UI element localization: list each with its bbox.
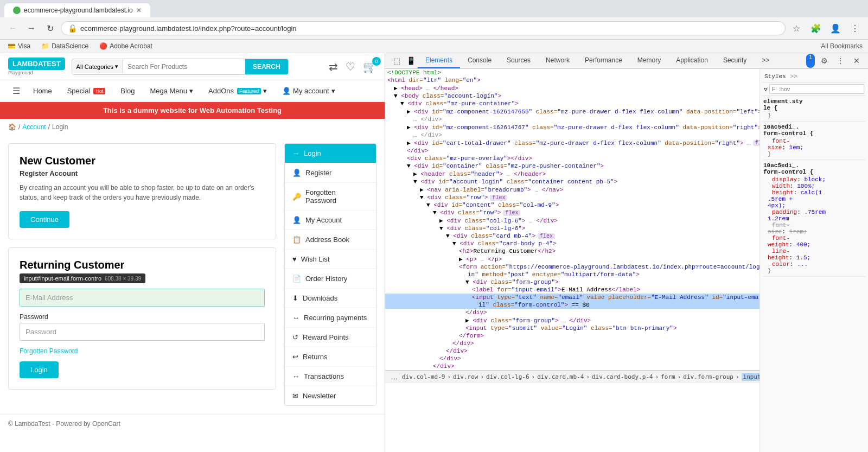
html-col-lg-6-returning[interactable]: ▼ <div class="col-lg-6">	[385, 225, 760, 232]
search-button[interactable]: SEARCH	[245, 59, 288, 74]
html-col-md-9[interactable]: ▼ <div id="content" class="col-md-9">	[385, 201, 760, 209]
tab-memory[interactable]: Memory	[630, 53, 668, 68]
html-container[interactable]: ▼ <div id="container" class="mz-pure-pus…	[385, 162, 760, 170]
tab-application[interactable]: Application	[668, 53, 716, 68]
flex-badge-inner[interactable]: flex	[503, 210, 520, 216]
tab-elements[interactable]: Elements	[418, 53, 460, 68]
forgotten-password-link[interactable]: Forgotten Password	[20, 347, 265, 355]
address-bar[interactable]: 🔒	[61, 21, 786, 35]
html-input-email[interactable]: <input type="text" name="email" value pl…	[385, 294, 760, 301]
back-button[interactable]: ←	[5, 21, 21, 36]
dom-path-more-btn[interactable]: …	[390, 373, 400, 381]
cart-icon[interactable]: 🛒 0	[363, 60, 376, 73]
nav-my-account[interactable]: 👤 My account ▾	[276, 81, 341, 100]
browser-tab[interactable]: ecommerce-playground.lambdatest.io ✕	[4, 3, 150, 17]
flex-badge-card[interactable]: flex	[538, 233, 555, 239]
html-tag[interactable]: <html dir="ltr" lang="en" >	[385, 77, 760, 84]
html-p[interactable]: ▶ <p> … </p>	[385, 255, 760, 263]
html-header[interactable]: ▶ <header class="header"> … </header>	[385, 170, 760, 178]
nav-blog[interactable]: Blog	[114, 81, 141, 100]
bookmark-datascience[interactable]: 📁 DataScience	[39, 41, 91, 51]
sidebar-item-returns[interactable]: ↩ Returns	[285, 347, 376, 367]
password-input[interactable]	[20, 323, 265, 341]
email-input[interactable]	[20, 289, 265, 307]
sidebar-item-transactions[interactable]: ↔ Transactions	[285, 367, 376, 386]
dom-path-row[interactable]: div.row	[453, 373, 478, 380]
login-button[interactable]: Login	[20, 361, 59, 378]
html-submit[interactable]: <input type="submit" value="Login" class…	[385, 324, 760, 332]
continue-button[interactable]: Continue	[20, 211, 69, 228]
html-nav[interactable]: ▶ <nav aria-label="breadcrumb"> … </nav>	[385, 186, 760, 194]
nav-mega-menu[interactable]: Mega Menu ▾	[143, 81, 200, 100]
dom-path-form-group[interactable]: div.form-group	[683, 373, 733, 380]
devtools-close-icon[interactable]: ✕	[850, 54, 864, 68]
tab-close-btn[interactable]: ✕	[136, 7, 142, 14]
sidebar-item-order-history[interactable]: 📄 Order History	[285, 269, 376, 289]
sidebar-item-login[interactable]: → Login	[285, 144, 376, 163]
html-mz-component-1[interactable]: ▶ <div id="mz-component-1626147655" clas…	[385, 107, 760, 116]
html-mz-component-2[interactable]: ▶ <div id="mz-component-162614767" class…	[385, 123, 760, 131]
tab-more[interactable]: >>	[754, 53, 777, 68]
html-overlay[interactable]: <div class="mz-pure-overlay"></div>	[385, 155, 760, 162]
logo[interactable]: LAMBDATEST Playground	[8, 58, 65, 75]
flex-badge-3[interactable]: flex	[753, 140, 760, 146]
category-dropdown[interactable]: All Categories ▾	[72, 60, 123, 73]
dom-path-input-email[interactable]: input#input-email.form-control	[742, 373, 760, 381]
inspect-element-icon[interactable]: ⬚	[390, 54, 404, 68]
tab-sources[interactable]: Sources	[499, 53, 538, 68]
tab-console[interactable]: Console	[460, 53, 499, 68]
html-label-email[interactable]: <label for="input-email">E-Mail Address<…	[385, 286, 760, 294]
all-bookmarks[interactable]: All Bookmarks	[821, 42, 863, 50]
dom-path-card-body[interactable]: div.card-body.p-4	[592, 373, 653, 380]
sidebar-item-wish-list[interactable]: ♥ Wish List	[285, 250, 376, 269]
menu-icon[interactable]: ⋮	[847, 21, 863, 36]
html-inner-row[interactable]: ▼ <div class="row"> flex	[385, 209, 760, 217]
sidebar-item-forgotten-password[interactable]: 🔑 Forgotten Password	[285, 183, 376, 211]
html-account-login[interactable]: ▼ <div id="account-login" class="contain…	[385, 178, 760, 186]
breadcrumb-account[interactable]: Account	[22, 123, 46, 131]
dom-path-card[interactable]: div.card.mb-4	[537, 373, 584, 380]
styles-filter-input[interactable]	[769, 84, 864, 94]
search-input[interactable]	[123, 60, 245, 74]
profile-icon[interactable]: 👤	[828, 21, 843, 36]
device-toolbar-icon[interactable]: 📱	[404, 54, 418, 68]
html-form-group-pw[interactable]: ▶ <div class="form-group"> … </div>	[385, 316, 760, 324]
sidebar-item-register[interactable]: 👤 Register	[285, 163, 376, 183]
dom-path-form[interactable]: form	[661, 373, 675, 380]
tab-performance[interactable]: Performance	[577, 53, 630, 68]
nav-addons[interactable]: AddOns Featured ▾	[202, 81, 273, 100]
sidebar-item-my-account[interactable]: 👤 My Account	[285, 211, 376, 230]
html-h2[interactable]: <h2>Returning Customer</h2>	[385, 247, 760, 255]
sidebar-item-recurring-payments[interactable]: ↔ Recurring payments	[285, 308, 376, 328]
html-form[interactable]: <form action="https://ecommerce-playgrou…	[385, 263, 760, 271]
hamburger-icon[interactable]: ☰	[8, 80, 24, 101]
url-input[interactable]	[80, 24, 778, 33]
dom-path-col-md-9[interactable]: div.col-md-9	[402, 373, 445, 380]
dom-path-col-lg-6[interactable]: div.col-lg-6	[486, 373, 529, 380]
sidebar-item-reward-points[interactable]: ↺ Reward Points	[285, 328, 376, 347]
html-form-group-email[interactable]: ▼ <div class="form-group">	[385, 278, 760, 286]
html-cart-drawer[interactable]: ▶ <div id="cart-total-drawer" class="mz-…	[385, 139, 760, 147]
flex-badge-row[interactable]: flex	[490, 195, 507, 201]
html-head-collapsed[interactable]: ▶ <head> … </head>	[385, 84, 760, 92]
extensions-icon[interactable]: 🧩	[808, 21, 824, 36]
html-body[interactable]: ▼ <body class="account-login">	[385, 92, 760, 100]
html-card-mb4[interactable]: ▼ <div class="card mb-4"> flex	[385, 232, 760, 240]
bookmark-visa[interactable]: 💳 Visa	[5, 41, 33, 51]
html-row[interactable]: ▼ <div class="row"> flex	[385, 194, 760, 201]
tab-network[interactable]: Network	[538, 53, 577, 68]
bookmark-adobe[interactable]: 🔴 Adobe Acrobat	[97, 41, 155, 51]
devtools-settings-icon[interactable]: ⚙	[817, 54, 831, 68]
tab-security[interactable]: Security	[716, 53, 754, 68]
compare-icon[interactable]: ⇄	[329, 60, 338, 73]
html-card-body[interactable]: ▼ <div class="card-body p-4">	[385, 240, 760, 247]
html-mz-pure-container[interactable]: ▼ <div class="mz-pure-container">	[385, 100, 760, 107]
refresh-button[interactable]: ↻	[42, 21, 58, 36]
html-col-lg-6-new[interactable]: ▶ <div class="col-lg-6"> … </div>	[385, 217, 760, 225]
sidebar-item-downloads[interactable]: ⬇ Downloads	[285, 289, 376, 308]
nav-home[interactable]: Home	[27, 81, 59, 100]
sidebar-item-newsletter[interactable]: ✉ Newsletter	[285, 386, 376, 405]
devtools-more-icon[interactable]: ⋮	[833, 54, 847, 68]
bookmark-star-icon[interactable]: ☆	[789, 21, 804, 36]
forward-button[interactable]: →	[24, 21, 39, 36]
